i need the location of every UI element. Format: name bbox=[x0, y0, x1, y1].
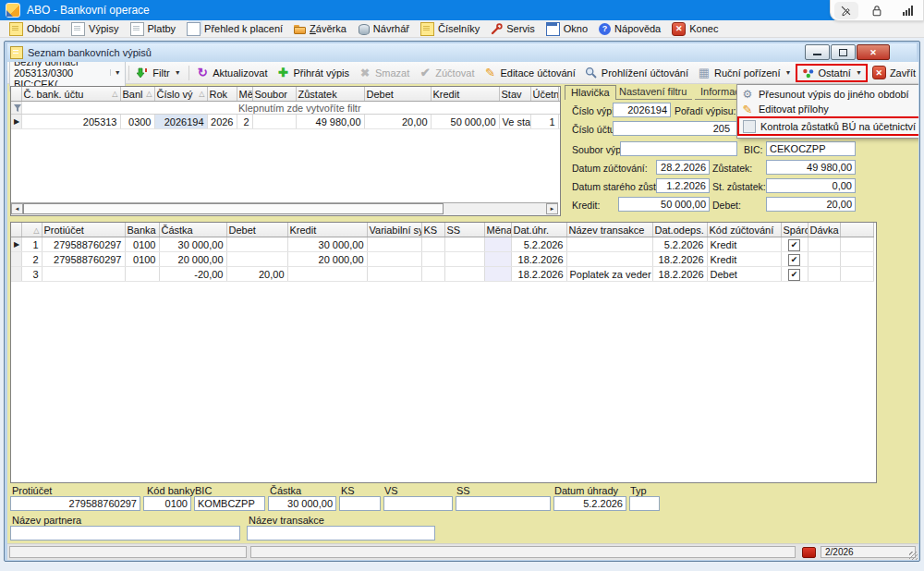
column-header[interactable]: Kód zúčtování bbox=[707, 223, 781, 237]
table-row[interactable]: ▶1279588760297010030 000,0030 000,005.2.… bbox=[11, 237, 874, 252]
column-header[interactable]: Stav bbox=[499, 87, 530, 102]
grid-cell[interactable] bbox=[252, 115, 296, 129]
restore-button[interactable] bbox=[831, 44, 856, 60]
grid-cell[interactable]: 18.2.2026 bbox=[511, 267, 566, 282]
horizontal-scrollbar[interactable]: ◄ ► bbox=[11, 202, 558, 215]
grid-cell[interactable]: ▶ bbox=[11, 115, 21, 129]
column-header[interactable]: Dávka bbox=[808, 223, 840, 237]
bic2-field[interactable]: KOMBCZPP bbox=[194, 496, 265, 511]
grid-cell[interactable]: ✔ bbox=[781, 267, 808, 282]
view-accounting-button[interactable]: Prohlížení účtování bbox=[580, 65, 693, 81]
grid-cell[interactable] bbox=[484, 237, 511, 252]
grid-cell[interactable] bbox=[421, 237, 444, 252]
window-titlebar[interactable]: Seznam bankovních výpisů bbox=[7, 43, 917, 62]
menu-navrhar[interactable]: Návrhář bbox=[352, 20, 415, 38]
datum-stareho-zustatku-field[interactable]: 1.2.2026 bbox=[656, 178, 710, 193]
grid-cell[interactable]: 18.2.2026 bbox=[511, 252, 566, 267]
grid-cell[interactable] bbox=[421, 267, 444, 282]
settle-button[interactable]: ✔ Zúčtovat bbox=[414, 65, 479, 81]
datum-uhrady-field[interactable]: 5.2.2026 bbox=[553, 496, 626, 511]
grid-cell[interactable]: 5.2.2026 bbox=[652, 237, 707, 252]
grid-cell[interactable]: Ve stav bbox=[499, 115, 530, 129]
manual-entry-button[interactable]: ▦ Ruční pořízení ▼ bbox=[693, 65, 796, 81]
minimize-button[interactable] bbox=[805, 44, 830, 60]
column-header[interactable]: Dat.úhr. bbox=[511, 223, 566, 237]
table-row[interactable]: 3-20,0020,0018.2.2026Poplatek za veder18… bbox=[11, 267, 874, 282]
grid-cell[interactable]: 30 000,00 bbox=[159, 237, 226, 252]
close-window-button[interactable]: ✕ Zavřít bbox=[868, 64, 918, 81]
menu-vypisy[interactable]: Výpisy bbox=[66, 20, 124, 38]
column-header[interactable] bbox=[11, 223, 21, 237]
grid-cell[interactable]: Debet bbox=[707, 267, 781, 282]
scroll-left-icon[interactable]: ◄ bbox=[11, 203, 23, 214]
grid-cell[interactable] bbox=[840, 252, 874, 267]
grid-cell[interactable] bbox=[226, 237, 287, 252]
column-header[interactable]: Č. bank. účtu△ bbox=[21, 87, 120, 102]
column-header[interactable]: Mě: bbox=[237, 87, 252, 102]
grid-cell[interactable] bbox=[226, 252, 287, 267]
checkbox-checked-icon[interactable]: ✔ bbox=[788, 269, 800, 281]
edit-accounting-button[interactable]: ✎ Editace účtování bbox=[479, 65, 579, 81]
tab-nastaveni-filtru[interactable]: Nastavení filtru bbox=[614, 85, 692, 100]
grid-cell[interactable]: ✔ bbox=[781, 252, 808, 267]
castka-field[interactable]: 30 000,00 bbox=[268, 496, 336, 511]
column-header[interactable]: Kredit bbox=[431, 87, 499, 102]
grid-cell[interactable]: ✔ bbox=[781, 237, 808, 252]
checkbox-checked-icon[interactable]: ✔ bbox=[788, 254, 800, 266]
grid-cell[interactable] bbox=[11, 267, 21, 282]
debet-field[interactable]: 20,00 bbox=[766, 197, 856, 212]
checkbox-checked-icon[interactable]: ✔ bbox=[788, 239, 800, 251]
menu-zaverka[interactable]: Závěrka bbox=[288, 20, 352, 38]
column-header[interactable]: Zůstatek bbox=[296, 87, 364, 102]
column-header[interactable] bbox=[11, 87, 21, 102]
column-header[interactable]: Variabilní symt bbox=[367, 223, 421, 237]
filter-button[interactable]: Filtr ▼ bbox=[131, 65, 185, 81]
column-header[interactable]: Spárov bbox=[781, 223, 808, 237]
grid-cell[interactable]: 2026194 bbox=[154, 115, 207, 129]
grid-cell[interactable]: Kredit bbox=[707, 252, 781, 267]
column-header[interactable]: Název transakce bbox=[566, 223, 652, 237]
pen-off-icon[interactable] bbox=[834, 2, 858, 19]
protiucet-field[interactable]: 279588760297 bbox=[10, 496, 140, 511]
nazev-transakce-field[interactable] bbox=[247, 526, 435, 541]
grid-cell[interactable]: 1 bbox=[21, 237, 42, 252]
grid-cell[interactable] bbox=[42, 267, 125, 282]
cislo-vypisu-field[interactable]: 2026194 bbox=[613, 103, 671, 117]
menu-okno[interactable]: Okno bbox=[541, 20, 593, 38]
menu-obdobi[interactable]: Období bbox=[4, 20, 66, 38]
column-header[interactable]: Kredit bbox=[287, 223, 367, 237]
column-header[interactable]: Debet bbox=[364, 87, 431, 102]
column-header[interactable]: △ bbox=[21, 223, 42, 237]
menu-item-kontrola-zustatku[interactable]: Kontrola zůstatků BÚ na účetnictví bbox=[737, 116, 918, 136]
grid-cell[interactable] bbox=[840, 267, 874, 282]
menu-napoveda[interactable]: ?Nápověda bbox=[593, 20, 666, 38]
column-header[interactable]: Měna bbox=[484, 223, 511, 237]
grid-cell[interactable]: Kredit bbox=[707, 237, 781, 252]
grid-cell[interactable]: 49 980,00 bbox=[296, 115, 364, 129]
grid-cell[interactable]: -20,00 bbox=[159, 267, 226, 282]
menu-ciselniky[interactable]: Číselníky bbox=[415, 20, 485, 38]
table-row[interactable]: ▶205313030020261942026249 980,0020,0050 … bbox=[11, 115, 561, 129]
column-header[interactable]: Soubor bbox=[252, 87, 296, 102]
column-header[interactable]: Banka p bbox=[125, 223, 159, 237]
grid-cell[interactable] bbox=[566, 252, 652, 267]
kod-banky-field[interactable]: 0100 bbox=[143, 496, 191, 511]
menu-item-presunout-vypis[interactable]: ⚙ Přesunout výpis do jiného období bbox=[737, 87, 918, 102]
grid-cell[interactable] bbox=[808, 267, 840, 282]
bic-field[interactable]: CEKOCZPP bbox=[766, 141, 856, 156]
grid-cell[interactable]: 18.2.2026 bbox=[652, 252, 707, 267]
grid-cell[interactable] bbox=[367, 252, 421, 267]
nazev-partnera-field[interactable] bbox=[10, 526, 240, 541]
grid-cell[interactable]: 0100 bbox=[125, 252, 159, 267]
grid-cell[interactable]: 5.2.2026 bbox=[511, 237, 566, 252]
grid-cell[interactable] bbox=[421, 252, 444, 267]
lock-icon[interactable] bbox=[865, 2, 889, 19]
grid-cell[interactable] bbox=[125, 267, 159, 282]
grid-cell[interactable]: 0300 bbox=[120, 115, 154, 129]
grid-cell[interactable]: 20 000,00 bbox=[159, 252, 226, 267]
close-button[interactable]: ✕ bbox=[857, 44, 890, 60]
grid-cell[interactable]: 30 000,00 bbox=[287, 237, 367, 252]
grid-cell[interactable]: 2 bbox=[237, 115, 252, 129]
typ-field[interactable] bbox=[629, 496, 660, 511]
table-row[interactable]: 2279588760297010020 000,0020 000,0018.2.… bbox=[11, 252, 874, 267]
